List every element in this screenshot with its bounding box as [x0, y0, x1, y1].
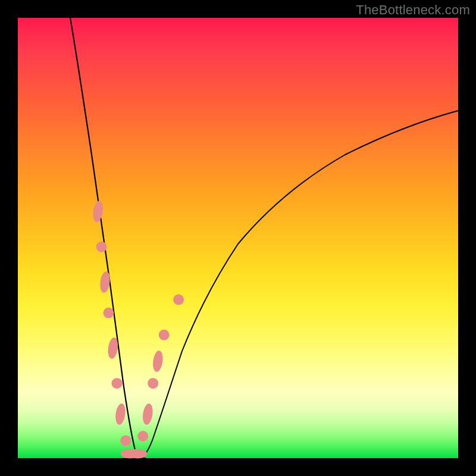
data-marker	[142, 403, 154, 425]
right-branch-curve	[140, 111, 458, 458]
plot-area	[18, 18, 458, 458]
left-branch-curve	[70, 18, 140, 458]
data-marker	[159, 330, 170, 340]
data-marker	[99, 271, 111, 293]
watermark-text: TheBottleneck.com	[356, 2, 470, 18]
chart-frame: TheBottleneck.com	[0, 0, 476, 476]
chart-svg	[18, 18, 458, 458]
data-marker	[152, 350, 164, 372]
data-marker	[128, 449, 147, 459]
data-marker	[173, 295, 184, 305]
data-marker	[120, 435, 131, 446]
data-marker	[137, 431, 148, 441]
data-marker	[148, 378, 158, 389]
data-marker	[114, 403, 127, 425]
data-marker	[92, 201, 104, 223]
data-marker	[96, 242, 107, 252]
data-marker	[112, 378, 123, 389]
markers-group	[92, 201, 184, 459]
data-marker	[103, 308, 114, 318]
